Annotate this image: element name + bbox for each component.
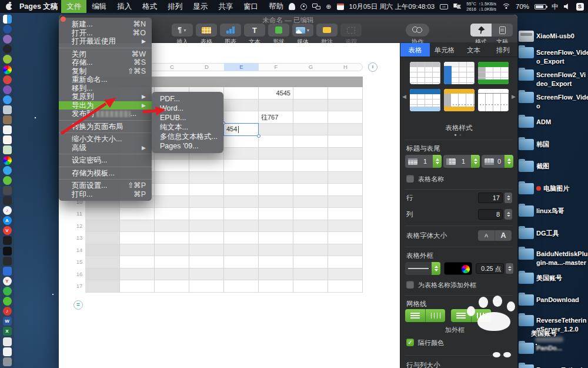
dock-item-app-blue-globe[interactable] xyxy=(3,25,12,34)
table-style-thumbnail-3[interactable] xyxy=(410,89,440,111)
export-submenu-item-3[interactable]: 纯文本... xyxy=(152,122,223,132)
dock-item-terminal-2[interactable] xyxy=(3,247,12,256)
menubar-menu-7[interactable]: 窗口 xyxy=(238,0,263,13)
desktop-icon-label[interactable]: PanDo... xyxy=(536,344,562,353)
dock-item-terminal-3[interactable] xyxy=(3,257,12,266)
rows-stepper[interactable] xyxy=(505,193,512,203)
table-style-thumbnail-1[interactable] xyxy=(444,62,475,84)
stepper-footer-rows[interactable]: 0 xyxy=(482,155,513,168)
wifi-icon[interactable] xyxy=(502,4,510,9)
export-submenu-item-2[interactable]: EPUB... xyxy=(152,113,223,122)
dock-item-yandex[interactable]: Y xyxy=(3,277,12,286)
menubar-menu-5[interactable]: 显示 xyxy=(188,0,213,13)
selection-handle[interactable] xyxy=(257,134,260,138)
file-menu-item-1[interactable]: 打开...⌘O xyxy=(59,29,152,38)
row-number-16[interactable]: 16 xyxy=(74,268,85,281)
folder-icon[interactable] xyxy=(519,161,534,172)
selected-cell[interactable]: 454 xyxy=(223,123,259,136)
folder-icon[interactable] xyxy=(519,228,534,239)
dock-item-airplay-display[interactable] xyxy=(3,196,12,205)
speaker-icon[interactable] xyxy=(564,4,571,10)
dock-item-app-purple[interactable] xyxy=(3,35,12,44)
file-menu-item-4[interactable]: 关闭⌘W xyxy=(59,50,152,59)
dock-item-android-tool[interactable] xyxy=(3,55,12,64)
qq-ghost-icon[interactable] xyxy=(289,3,295,10)
styles-pager-dots[interactable]: ●● xyxy=(400,132,517,137)
dock-item-finder[interactable] xyxy=(3,15,12,24)
folder-icon[interactable] xyxy=(519,364,534,368)
desktop-icon-label[interactable]: linux鸟哥 xyxy=(536,207,564,216)
vertical-gridlines-button[interactable] xyxy=(425,309,445,322)
desktop-icon-label[interactable]: 韩国 xyxy=(536,140,549,149)
outline-width-field[interactable]: 0.25 点 xyxy=(476,263,504,274)
desktop-icon-label[interactable]: ReverseTetherin xyxy=(536,316,586,325)
dock-item-app-store[interactable]: A xyxy=(3,216,12,225)
table-cell-value[interactable]: 4545 xyxy=(259,87,293,100)
export-submenu-item-4[interactable]: 多信息文本格式... xyxy=(152,132,223,141)
dock-item-word[interactable]: W xyxy=(3,317,12,326)
file-menu-item-23[interactable]: 打印...⌘P xyxy=(59,190,152,199)
file-menu-item-13[interactable]: 转换为页面布局 xyxy=(59,122,152,131)
stepper-header-rows[interactable]: 1 xyxy=(405,155,442,168)
line-style-stepper[interactable] xyxy=(432,262,440,275)
row-number-15[interactable]: 15 xyxy=(74,256,85,268)
file-menu-item-0[interactable]: 新建...⌘N xyxy=(59,20,152,29)
desktop-icon-label[interactable]: ScreenFlow2_Vi xyxy=(536,71,586,79)
dock-item-wechat[interactable] xyxy=(3,297,12,306)
menubar-menu-4[interactable]: 排列 xyxy=(162,0,188,13)
rows-count-field[interactable]: 17 xyxy=(478,193,503,203)
globe-icon[interactable]: ⊕ xyxy=(326,4,331,10)
panel-tab-0[interactable]: 表格 xyxy=(400,43,430,57)
green-stepper-control[interactable] xyxy=(433,155,442,168)
menubar-menu-0[interactable]: 文件 xyxy=(61,0,86,13)
file-menu-item-8[interactable]: 移到... xyxy=(59,84,152,93)
dock-item-excel[interactable]: X xyxy=(3,327,12,336)
column-header-H[interactable]: H xyxy=(328,63,363,71)
desktop-icon-label[interactable]: XiaoMi-usb0 xyxy=(536,32,574,41)
column-header-C[interactable]: C xyxy=(155,63,189,71)
desktop-icon-label[interactable]: 截图 xyxy=(536,162,549,171)
row-number-13[interactable]: 13 xyxy=(74,232,85,244)
desktop-icon-label[interactable]: PanDownload xyxy=(536,296,579,304)
styles-prev-icon[interactable]: ◀ xyxy=(402,94,406,100)
panel-tab-3[interactable]: 排列 xyxy=(488,43,517,57)
dock-item-app-purple-floppy[interactable] xyxy=(3,85,12,94)
desktop-icon-label[interactable]: ScreenFlow_Vide xyxy=(536,48,588,57)
flags-icon[interactable] xyxy=(453,4,461,10)
dock-item-app-green-circle[interactable] xyxy=(3,176,12,185)
row-number-12[interactable]: 12 xyxy=(74,220,85,233)
outline-color-well[interactable] xyxy=(444,262,472,275)
row-number-11[interactable]: 11 xyxy=(74,208,85,220)
folder-icon[interactable] xyxy=(519,205,534,217)
color-wheel-icon[interactable] xyxy=(462,265,470,273)
dock-item-trash[interactable] xyxy=(3,357,12,366)
table-cell-value[interactable]: 往767 xyxy=(259,111,293,124)
desktop-icon-label[interactable]: ScreenFlow_Vide xyxy=(536,93,588,102)
file-menu-item-18[interactable]: 设定密码... xyxy=(59,156,152,165)
dock-item-terminal-1[interactable] xyxy=(3,236,12,245)
dock-item-folder-brown[interactable] xyxy=(3,115,12,124)
format-toggle-button[interactable] xyxy=(470,24,492,37)
panel-tab-1[interactable]: 单元格 xyxy=(430,43,459,57)
table-style-thumbnail-2[interactable] xyxy=(478,62,509,84)
dock-item-vivaldi[interactable]: V xyxy=(3,226,12,235)
input-method-indicator[interactable]: 中 xyxy=(552,2,559,11)
file-menu-item-15[interactable]: 缩小文件大小... xyxy=(59,135,152,144)
file-menu-item-6[interactable]: 复制⇧⌘S xyxy=(59,67,152,76)
horizontal-gridlines-button[interactable] xyxy=(405,309,425,322)
green-stepper-control[interactable] xyxy=(505,155,513,168)
menubar-menu-8[interactable]: 帮助 xyxy=(263,0,289,13)
menubar-menu-2[interactable]: 插入 xyxy=(112,0,137,13)
column-header-D[interactable]: D xyxy=(189,63,224,71)
desktop-icon-label[interactable]: 电脑图片 xyxy=(536,184,569,193)
columns-stepper[interactable] xyxy=(505,209,512,220)
folder-icon[interactable] xyxy=(519,315,534,326)
folder-icon[interactable] xyxy=(519,92,534,103)
panel-tab-2[interactable]: 文本 xyxy=(459,43,489,57)
stepper-header-columns[interactable]: 1 xyxy=(443,155,480,168)
calendar-icon[interactable] xyxy=(337,4,344,10)
file-menu-item-11[interactable]: 发布到... xyxy=(59,110,152,118)
folder-icon[interactable] xyxy=(519,69,534,81)
battery-icon[interactable] xyxy=(534,4,546,9)
file-menu-item-22[interactable]: 页面设置...⇧⌘P xyxy=(59,181,152,190)
